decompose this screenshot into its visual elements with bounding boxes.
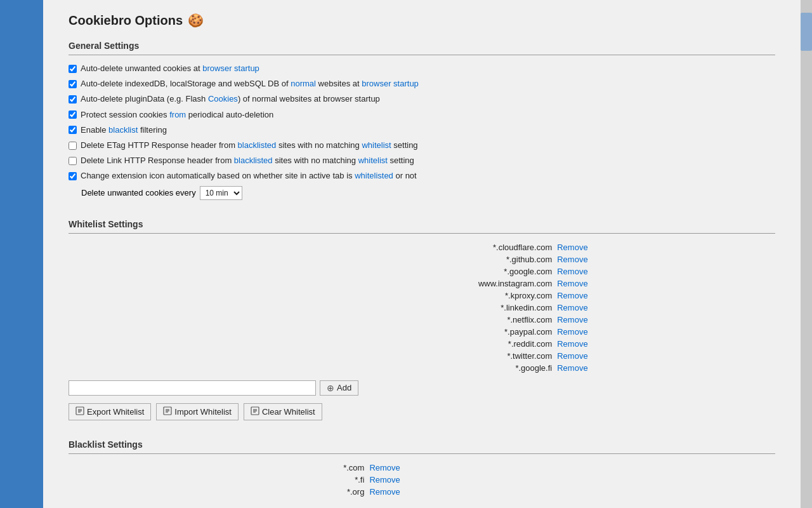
checkbox-label-cb5: Enable blacklist filtering xyxy=(81,124,167,136)
add-button-label: Add xyxy=(337,383,351,392)
whitelist-add-row: ⊕ Add xyxy=(69,380,775,396)
domain-cell: *.paypal.com xyxy=(69,326,554,338)
whitelist-settings-title: Whitelist Settings xyxy=(69,219,775,234)
table-row: *.linkedin.comRemove xyxy=(69,302,775,314)
checkbox-label-cb1: Auto-delete unwanted cookies at browser … xyxy=(81,63,259,74)
table-row: *.kproxy.comRemove xyxy=(69,290,775,302)
domain-cell: *.cloudflare.com xyxy=(69,241,554,253)
remove-link[interactable]: Remove xyxy=(557,255,587,264)
circle-plus-icon: ⊕ xyxy=(327,383,334,393)
export-whitelist-label: Export Whitelist xyxy=(87,407,144,417)
whitelist-action-buttons: Export Whitelist Import Whitelist xyxy=(69,403,775,420)
clear-icon xyxy=(251,406,259,417)
remove-link[interactable]: Remove xyxy=(369,487,400,497)
remove-link[interactable]: Remove xyxy=(557,303,587,312)
domain-cell: *.github.com xyxy=(69,253,554,265)
table-row: *.netflix.comRemove xyxy=(69,314,775,326)
remove-cell: Remove xyxy=(554,362,775,374)
remove-cell: Remove xyxy=(554,314,775,326)
checkbox-row-cb6: Delete ETag HTTP Response header from bl… xyxy=(69,140,775,151)
clear-whitelist-button[interactable]: Clear Whitelist xyxy=(244,403,322,420)
remove-link[interactable]: Remove xyxy=(557,351,587,361)
remove-cell: Remove xyxy=(554,241,775,253)
scrollbar[interactable] xyxy=(801,0,812,508)
domain-cell: *.netflix.com xyxy=(69,314,554,326)
blacklist-settings-section: Blacklist Settings *.comRemove*.fiRemove… xyxy=(69,439,775,498)
checkbox-cb3[interactable] xyxy=(69,95,77,104)
whitelist-settings-section: Whitelist Settings *.cloudflare.comRemov… xyxy=(69,219,775,420)
whitelist-add-input[interactable] xyxy=(69,380,316,396)
domain-cell: *.google.fi xyxy=(69,362,554,374)
cookie-interval-dropdown[interactable]: 10 min 5 min 15 min 30 min 60 min xyxy=(200,186,242,200)
checkbox-label-cb2: Auto-delete indexedDB, localStorage and … xyxy=(81,78,419,90)
domain-cell: *.google.com xyxy=(69,265,554,277)
checkbox-row-cb2: Auto-delete indexedDB, localStorage and … xyxy=(69,78,775,90)
blacklist-settings-title: Blacklist Settings xyxy=(69,439,775,454)
remove-link[interactable]: Remove xyxy=(557,363,587,373)
table-row: *.reddit.comRemove xyxy=(69,338,775,350)
export-whitelist-button[interactable]: Export Whitelist xyxy=(69,403,151,420)
checkbox-cb6[interactable] xyxy=(69,142,77,150)
remove-link[interactable]: Remove xyxy=(557,279,587,288)
domain-cell: *.linkedin.com xyxy=(69,302,554,314)
table-row: *.orgRemove xyxy=(69,486,775,498)
remove-cell: Remove xyxy=(554,338,775,350)
export-icon xyxy=(75,406,84,417)
main-content: Cookiebro Options 🍪 General Settings Aut… xyxy=(43,0,801,508)
blacklist-table: *.comRemove*.fiRemove*.orgRemove xyxy=(69,462,775,498)
remove-cell: Remove xyxy=(554,302,775,314)
checkbox-cb8[interactable] xyxy=(69,172,77,180)
remove-link[interactable]: Remove xyxy=(557,315,587,324)
remove-link[interactable]: Remove xyxy=(557,243,587,252)
checkboxes-container: Auto-delete unwanted cookies at browser … xyxy=(69,63,775,182)
import-icon xyxy=(163,406,172,417)
dropdown-row: Delete unwanted cookies every 10 min 5 m… xyxy=(81,186,775,200)
scrollbar-thumb[interactable] xyxy=(801,13,812,51)
table-row: www.instagram.comRemove xyxy=(69,277,775,290)
remove-cell: Remove xyxy=(554,290,775,302)
checkbox-row-cb4: Protect session cookies from periodical … xyxy=(69,109,775,121)
checkbox-row-cb1: Auto-delete unwanted cookies at browser … xyxy=(69,63,775,74)
table-row: *.fiRemove xyxy=(69,474,775,486)
remove-cell: Remove xyxy=(554,265,775,277)
checkbox-cb4[interactable] xyxy=(69,110,77,119)
remove-link[interactable]: Remove xyxy=(557,291,587,300)
remove-link[interactable]: Remove xyxy=(557,267,587,276)
domain-cell: *.fi xyxy=(69,474,367,486)
remove-link[interactable]: Remove xyxy=(369,475,400,485)
import-whitelist-button[interactable]: Import Whitelist xyxy=(156,403,239,420)
remove-cell: Remove xyxy=(367,486,775,498)
checkbox-cb2[interactable] xyxy=(69,80,77,88)
table-row: *.paypal.comRemove xyxy=(69,326,775,338)
general-settings-title: General Settings xyxy=(69,41,775,55)
whitelist-table: *.cloudflare.comRemove*.github.comRemove… xyxy=(69,241,775,374)
whitelist-add-button[interactable]: ⊕ Add xyxy=(320,380,358,396)
checkbox-label-cb8: Change extension icon automatically base… xyxy=(81,170,417,182)
table-row: *.github.comRemove xyxy=(69,253,775,265)
checkbox-cb1[interactable] xyxy=(69,65,77,73)
left-sidebar xyxy=(0,0,43,508)
domain-cell: *.com xyxy=(69,462,367,474)
remove-cell: Remove xyxy=(554,277,775,290)
remove-cell: Remove xyxy=(367,462,775,474)
checkbox-row-cb8: Change extension icon automatically base… xyxy=(69,170,775,182)
checkbox-cb5[interactable] xyxy=(69,126,77,134)
table-row: *.google.fiRemove xyxy=(69,362,775,374)
table-row: *.twitter.comRemove xyxy=(69,350,775,362)
remove-link[interactable]: Remove xyxy=(557,327,587,337)
domain-cell: *.reddit.com xyxy=(69,338,554,350)
table-row: *.comRemove xyxy=(69,462,775,474)
remove-link[interactable]: Remove xyxy=(557,339,587,349)
checkbox-label-cb7: Delete Link HTTP Response header from bl… xyxy=(81,155,414,166)
page-title-text: Cookiebro Options xyxy=(69,13,183,28)
checkbox-cb7[interactable] xyxy=(69,157,77,165)
remove-cell: Remove xyxy=(367,474,775,486)
cookie-icon: 🍪 xyxy=(188,13,204,28)
table-row: *.google.comRemove xyxy=(69,265,775,277)
domain-cell: www.instagram.com xyxy=(69,277,554,290)
domain-cell: *.org xyxy=(69,486,367,498)
remove-link[interactable]: Remove xyxy=(369,463,400,472)
domain-cell: *.kproxy.com xyxy=(69,290,554,302)
remove-cell: Remove xyxy=(554,253,775,265)
general-settings-section: General Settings Auto-delete unwanted co… xyxy=(69,41,775,200)
